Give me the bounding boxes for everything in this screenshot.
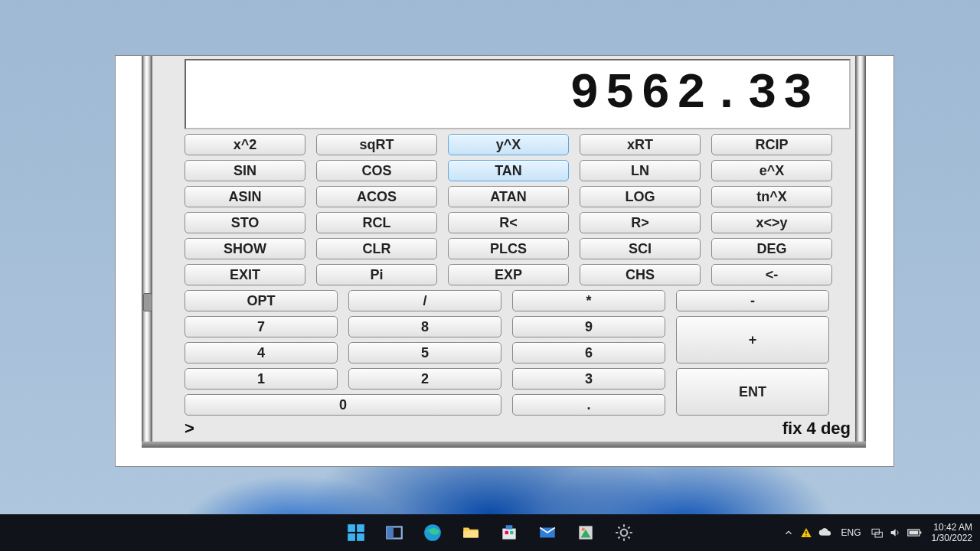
clock-date: 1/30/2022: [932, 533, 972, 543]
acos-button[interactable]: ACOS: [316, 186, 437, 207]
task-view-icon: [384, 523, 404, 543]
deg-button[interactable]: DEG: [711, 238, 832, 259]
svg-rect-17: [805, 535, 806, 536]
mode-indicator: fix 4 deg: [782, 419, 851, 439]
tan-button[interactable]: TAN: [448, 160, 569, 181]
prompt-indicator: >: [185, 419, 194, 439]
mail-button[interactable]: [533, 518, 562, 547]
svg-rect-5: [387, 527, 394, 538]
svg-rect-2: [348, 533, 355, 541]
svg-point-14: [582, 528, 585, 531]
clear-button[interactable]: CLR: [316, 238, 437, 259]
multiply-button[interactable]: *: [512, 290, 665, 311]
svg-rect-1: [357, 524, 364, 532]
svg-rect-18: [872, 529, 879, 534]
roll-down-button[interactable]: R<: [448, 212, 569, 233]
ten-pow-x-button[interactable]: tn^X: [711, 186, 832, 207]
x-squared-button[interactable]: x^2: [185, 134, 305, 155]
places-button[interactable]: PLCS: [448, 238, 569, 259]
status-bar: > fix 4 deg: [185, 419, 851, 439]
digit-8-button[interactable]: 8: [348, 316, 501, 337]
network-icon[interactable]: [871, 527, 883, 539]
start-button[interactable]: [341, 518, 371, 547]
atan-button[interactable]: ATAN: [448, 186, 569, 207]
svg-rect-11: [510, 531, 513, 534]
chs-button[interactable]: CHS: [580, 264, 701, 285]
e-pow-x-button[interactable]: e^X: [711, 160, 832, 181]
cloud-icon[interactable]: [818, 527, 832, 538]
frame-bottom: [142, 442, 866, 448]
svg-rect-16: [805, 531, 806, 534]
enter-button[interactable]: ENT: [676, 368, 829, 416]
svg-rect-9: [506, 525, 513, 529]
digit-2-button[interactable]: 2: [348, 368, 501, 390]
svg-rect-0: [348, 524, 355, 532]
swap-xy-button[interactable]: x<>y: [711, 212, 832, 233]
svg-point-15: [621, 530, 628, 536]
divide-button[interactable]: /: [348, 290, 501, 311]
mail-icon: [537, 523, 557, 543]
svg-rect-21: [920, 531, 921, 533]
y-pow-x-button[interactable]: y^X: [448, 134, 569, 155]
exp-button[interactable]: EXP: [448, 264, 569, 285]
edge-button[interactable]: [418, 518, 447, 547]
sqrt-button[interactable]: sqRT: [316, 134, 437, 155]
reciprocal-button[interactable]: RCIP: [711, 134, 832, 155]
minus-button[interactable]: -: [676, 290, 829, 311]
edge-icon: [423, 523, 443, 543]
show-button[interactable]: SHOW: [185, 238, 305, 259]
exit-button[interactable]: EXIT: [185, 264, 305, 285]
digit-0-button[interactable]: 0: [185, 394, 501, 416]
clock-time: 10:42 AM: [932, 522, 972, 533]
sin-button[interactable]: SIN: [185, 160, 305, 181]
function-button-grid: x^2 sqRT y^X xRT RCIP SIN COS TAN LN e^X…: [185, 134, 832, 285]
language-indicator[interactable]: ENG: [841, 527, 861, 538]
task-view-button[interactable]: [380, 518, 409, 547]
settings-button[interactable]: [609, 518, 639, 547]
calculator-window: 9562.33 x^2 sqRT y^X xRT RCIP SIN COS TA…: [115, 55, 894, 467]
gear-icon: [614, 523, 634, 543]
digit-9-button[interactable]: 9: [512, 316, 665, 337]
svg-rect-19: [875, 532, 882, 537]
ln-button[interactable]: LN: [580, 160, 701, 181]
app-button[interactable]: [571, 518, 600, 547]
svg-rect-8: [502, 529, 515, 540]
asin-button[interactable]: ASIN: [185, 186, 305, 207]
log-button[interactable]: LOG: [580, 186, 701, 207]
numeric-keypad: OPT / * - 7 8 9 4 5 6: [185, 290, 851, 420]
backspace-button[interactable]: <-: [711, 264, 832, 285]
svg-rect-22: [909, 531, 918, 535]
frame-left: [142, 56, 152, 448]
opt-button[interactable]: OPT: [185, 290, 338, 311]
digit-4-button[interactable]: 4: [185, 342, 338, 364]
digit-3-button[interactable]: 3: [512, 368, 665, 390]
calculator-body: 9562.33 x^2 sqRT y^X xRT RCIP SIN COS TA…: [142, 56, 866, 448]
frame-right: [855, 56, 866, 448]
digit-1-button[interactable]: 1: [185, 368, 338, 390]
roll-up-button[interactable]: R>: [580, 212, 701, 233]
folder-icon: [461, 523, 481, 543]
digit-7-button[interactable]: 7: [185, 316, 338, 337]
store-button[interactable]: STO: [185, 212, 305, 233]
digit-6-button[interactable]: 6: [512, 342, 665, 364]
digit-5-button[interactable]: 5: [348, 342, 501, 364]
sci-button[interactable]: SCI: [580, 238, 701, 259]
store-button[interactable]: [495, 518, 524, 547]
decimal-button[interactable]: .: [512, 394, 665, 416]
store-icon: [499, 523, 519, 543]
calculator-display: 9562.33: [185, 59, 851, 129]
x-root-button[interactable]: xRT: [580, 134, 701, 155]
pi-button[interactable]: Pi: [316, 264, 437, 285]
recall-button[interactable]: RCL: [316, 212, 437, 233]
svg-rect-7: [463, 531, 479, 538]
onedrive-warning-icon[interactable]: [800, 527, 812, 539]
volume-icon[interactable]: [889, 527, 901, 539]
plus-button[interactable]: +: [676, 316, 829, 364]
app-icon: [576, 523, 596, 543]
clock[interactable]: 10:42 AM 1/30/2022: [932, 522, 972, 544]
battery-icon[interactable]: [907, 528, 923, 537]
windows-icon: [346, 523, 366, 543]
file-explorer-button[interactable]: [456, 518, 485, 547]
tray-chevron-icon[interactable]: [783, 527, 794, 538]
cos-button[interactable]: COS: [316, 160, 437, 181]
